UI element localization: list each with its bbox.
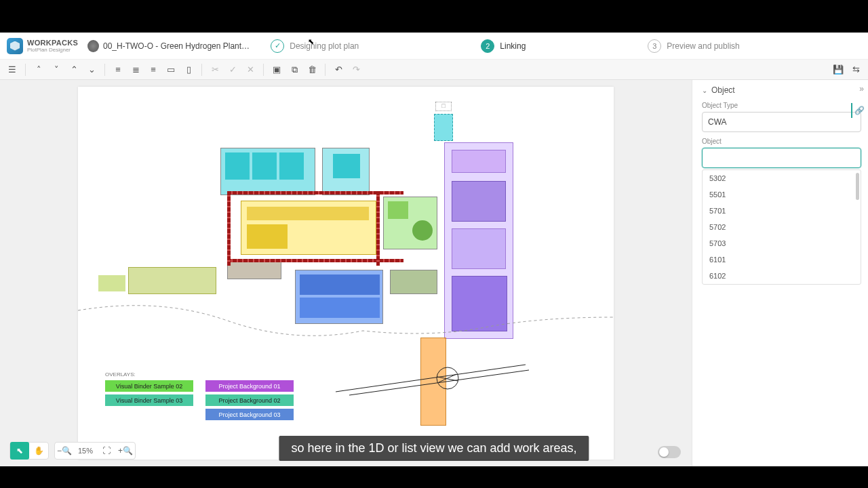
west-wing[interactable] xyxy=(98,267,220,301)
overlays-legend: OVERLAYS: Visual Binder Sample 02 Projec… xyxy=(105,371,294,423)
image-icon[interactable]: ▣ xyxy=(270,63,283,77)
overlays-heading: OVERLAYS: xyxy=(105,371,294,378)
link-tab-icon[interactable]: 🔗 xyxy=(851,103,866,118)
letterbox-bottom xyxy=(0,466,868,488)
zone-cyan-a[interactable] xyxy=(220,148,315,195)
overlay-chip[interactable]: Project Background 01 xyxy=(205,380,294,392)
zone-olive[interactable] xyxy=(390,270,437,294)
video-caption: so here in the 1D or list view we can ad… xyxy=(279,436,589,461)
plot-plan-sheet[interactable]: □ xyxy=(78,87,614,460)
zone-purple[interactable] xyxy=(444,142,513,339)
canvas-bottom-controls: ⬉ ✋ −🔍 15% ⛶ +🔍 xyxy=(9,442,136,460)
move-down-icon[interactable]: ˅ xyxy=(50,63,63,77)
confirm-icon[interactable]: ✓ xyxy=(226,63,239,77)
project-name: 00_H-TWO-O - Green Hydrogen Plant \ 0… xyxy=(103,41,250,51)
app-logo-icon xyxy=(7,38,23,54)
toolbar: ☰ ˄ ˅ ⌃ ⌄ ≡ ≣ ≡ ▭ ▯ ✂ ✓ ✕ ▣ ⧉ 🗑 ↶ ↷ 💾 ⇆ xyxy=(0,60,868,80)
zoom-out-icon[interactable]: −🔍 xyxy=(55,442,74,460)
panel-side-tabs: 🔗 xyxy=(848,103,868,118)
redo-icon[interactable]: ↷ xyxy=(349,63,363,77)
collapse-panel-icon[interactable]: » xyxy=(859,84,864,94)
layers-icon[interactable]: ☰ xyxy=(5,63,19,77)
brand-subtitle: PlotPlan Designer xyxy=(27,47,78,53)
overlay-chip[interactable]: Visual Binder Sample 03 xyxy=(105,394,193,406)
brand-block: WORKPACKS PlotPlan Designer xyxy=(27,39,78,53)
app-window: WORKPACKS PlotPlan Designer 00_H-TWO-O -… xyxy=(0,33,868,466)
step-preview[interactable]: 3 Preview and publish xyxy=(648,39,739,53)
plant-layout xyxy=(220,148,519,338)
cancel-icon[interactable]: ✕ xyxy=(243,63,257,77)
distribute-h-icon[interactable]: ▭ xyxy=(164,63,178,77)
zoom-level: 15% xyxy=(74,447,97,455)
to-bottom-icon[interactable]: ⌄ xyxy=(85,63,98,77)
align-center-icon[interactable]: ≣ xyxy=(129,63,142,77)
properties-panel: » ⌄ Object Object Type CWA Object 5302 5… xyxy=(692,80,868,466)
pan-tool-icon[interactable]: ✋ xyxy=(29,442,48,460)
object-type-select[interactable]: CWA xyxy=(702,112,861,132)
dropdown-option[interactable]: 5501 xyxy=(703,186,861,203)
zoom-pill: −🔍 15% ⛶ +🔍 xyxy=(54,442,136,460)
delete-icon[interactable]: 🗑 xyxy=(305,63,319,77)
align-right-icon[interactable]: ≡ xyxy=(146,63,160,77)
dropdown-option[interactable]: 5702 xyxy=(703,219,861,235)
chevron-down-icon: ⌄ xyxy=(702,87,707,94)
dropdown-option[interactable]: 5701 xyxy=(703,203,861,219)
project-breadcrumb[interactable]: 00_H-TWO-O - Green Hydrogen Plant \ 0… xyxy=(87,40,250,52)
distribute-v-icon[interactable]: ▯ xyxy=(182,63,195,77)
zone-yellow[interactable] xyxy=(241,201,376,255)
step-linking[interactable]: 2 Linking xyxy=(481,39,526,53)
fit-screen-icon[interactable]: ⛶ xyxy=(97,442,116,460)
overlay-chip[interactable]: Visual Binder Sample 02 xyxy=(105,380,193,392)
object-search-input[interactable] xyxy=(702,148,861,168)
dropdown-option[interactable]: 6102 xyxy=(703,268,861,284)
object-label: Object xyxy=(702,138,861,145)
object-type-label: Object Type xyxy=(702,102,861,109)
canvas-viewport[interactable]: □ xyxy=(0,80,692,466)
dropdown-option[interactable]: 6103 xyxy=(703,284,861,285)
dropdown-option[interactable]: 5703 xyxy=(703,235,861,251)
step-label: Preview and publish xyxy=(667,41,739,51)
zone-green[interactable] xyxy=(383,197,437,249)
step-label: Designing plot plan xyxy=(290,41,359,51)
view-toggle[interactable] xyxy=(658,446,681,458)
zone-tan[interactable] xyxy=(227,259,281,279)
copy-icon[interactable]: ⧉ xyxy=(288,63,301,77)
tool-mode-pill: ⬉ ✋ xyxy=(9,442,49,460)
save-icon[interactable]: 💾 xyxy=(831,63,845,77)
dropdown-option[interactable]: 6101 xyxy=(703,251,861,268)
jetty-structure[interactable] xyxy=(420,338,446,426)
check-icon: ✓ xyxy=(271,39,284,53)
header-bar: WORKPACKS PlotPlan Designer 00_H-TWO-O -… xyxy=(0,33,868,60)
sync-icon[interactable]: ⇆ xyxy=(849,63,863,77)
to-top-icon[interactable]: ⌃ xyxy=(67,63,81,77)
zoom-in-icon[interactable]: +🔍 xyxy=(116,442,135,460)
overlay-chip[interactable]: Project Background 03 xyxy=(205,409,294,420)
zone-inlet[interactable] xyxy=(434,114,453,141)
main-area: □ xyxy=(0,80,868,466)
dropdown-option[interactable]: 5302 xyxy=(703,170,861,186)
scrollbar[interactable] xyxy=(856,173,859,200)
move-up-icon[interactable]: ˄ xyxy=(32,63,45,77)
project-avatar-icon xyxy=(87,40,99,52)
undo-icon[interactable]: ↶ xyxy=(332,63,345,77)
step-label: Linking xyxy=(500,41,526,51)
brand-title: WORKPACKS xyxy=(27,39,78,47)
new-shape-handle[interactable]: □ xyxy=(435,102,452,111)
pointer-tool-icon[interactable]: ⬉ xyxy=(10,442,29,460)
cut-icon[interactable]: ✂ xyxy=(208,63,222,77)
zone-blue[interactable] xyxy=(295,270,383,324)
overlay-chip[interactable]: Project Background 02 xyxy=(205,394,294,406)
step-number: 2 xyxy=(481,39,494,53)
wizard-steps: ✓ Designing plot plan 2 Linking 3 Previe… xyxy=(250,39,861,53)
panel-section-header[interactable]: ⌄ Object xyxy=(702,85,861,95)
object-input[interactable] xyxy=(708,153,855,163)
zone-cyan-b[interactable] xyxy=(322,148,370,195)
step-designing[interactable]: ✓ Designing plot plan xyxy=(271,39,359,53)
step-number: 3 xyxy=(648,39,661,53)
object-dropdown[interactable]: 5302 5501 5701 5702 5703 6101 6102 6103 xyxy=(702,169,861,285)
align-left-icon[interactable]: ≡ xyxy=(111,63,125,77)
letterbox-top xyxy=(0,0,868,33)
